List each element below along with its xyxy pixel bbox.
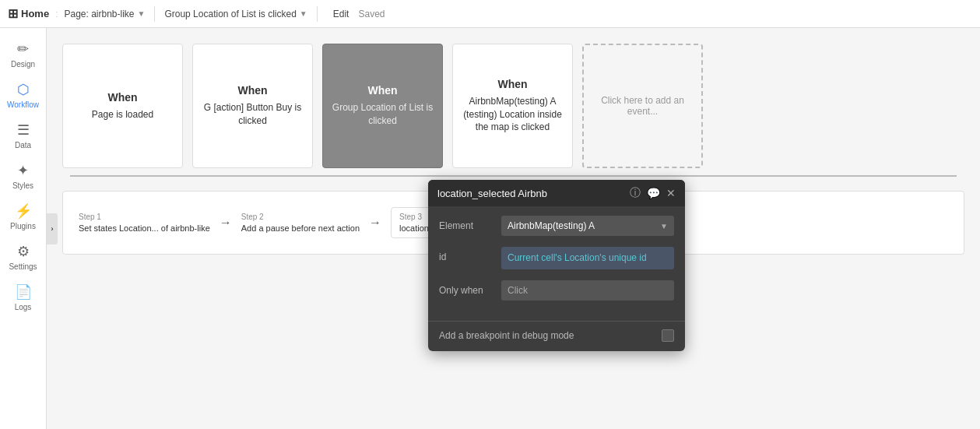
- field-element-value: AirbnbMap(testing) A: [508, 220, 595, 231]
- page-dropdown-arrow: ▼: [138, 9, 146, 18]
- sidebar-item-workflow[interactable]: ⬡ Workflow: [0, 75, 46, 114]
- event-card-3[interactable]: When Group Location of List is clicked: [322, 44, 443, 168]
- home-button[interactable]: ⊞ Home: [8, 6, 49, 21]
- close-icon[interactable]: ✕: [666, 187, 676, 199]
- step-arrow-2: →: [369, 216, 381, 230]
- sidebar: ✏ Design ⬡ Workflow ☰ Data ✦ Styles ⚡ Pl…: [0, 28, 47, 429]
- event-card-4-desc: AirbnbMap(testing) A (testing) Location …: [461, 95, 564, 134]
- separator: :: [55, 9, 58, 19]
- step-2-label: Step 2: [241, 213, 360, 221]
- workflow-dropdown-arrow: ▼: [300, 9, 307, 18]
- home-label: Home: [21, 8, 49, 19]
- sidebar-label-settings: Settings: [9, 262, 37, 271]
- data-icon: ☰: [17, 121, 30, 139]
- popup-header-icons: ⓘ 💬 ✕: [630, 186, 676, 200]
- settings-icon: ⚙: [17, 243, 30, 260]
- sidebar-item-data[interactable]: ☰ Data: [0, 115, 46, 154]
- grid-icon: ⊞: [8, 6, 18, 21]
- plugins-icon: ⚡: [15, 202, 32, 220]
- popup-field-element: Element AirbnbMap(testing) A ▼: [439, 216, 674, 236]
- comment-icon[interactable]: 💬: [647, 187, 660, 199]
- popup-body: Element AirbnbMap(testing) A ▼ id Curren…: [428, 206, 685, 321]
- sidebar-item-settings[interactable]: ⚙ Settings: [0, 237, 46, 276]
- event-cards-row: When Page is loaded When G [action] Butt…: [62, 44, 964, 168]
- sidebar-item-plugins[interactable]: ⚡ Plugins: [0, 196, 46, 235]
- event-card-2-desc: G [action] Button Buy is clicked: [201, 101, 304, 128]
- event-card-3-desc: Group Location of List is clicked: [331, 101, 434, 128]
- step-1-desc: Set states Location... of airbnb-like: [79, 223, 210, 233]
- topbar: ⊞ Home : Page: airbnb-like ▼ Group Locat…: [0, 0, 980, 28]
- page-selector[interactable]: Page: airbnb-like ▼: [64, 9, 145, 19]
- popup-title: location_selected Airbnb: [437, 188, 630, 199]
- divider2: [317, 6, 318, 22]
- event-card-4-when: When: [497, 78, 527, 90]
- field-onlywhen-value: Click: [508, 285, 528, 296]
- add-event-card[interactable]: Click here to add an event...: [582, 44, 703, 168]
- sidebar-label-logs: Logs: [15, 303, 32, 311]
- breakpoint-checkbox[interactable]: [662, 329, 674, 342]
- step-1[interactable]: Step 1 Set states Location... of airbnb-…: [79, 213, 210, 233]
- breakpoint-label: Add a breakpoint in debug mode: [439, 330, 574, 341]
- event-card-3-when: When: [367, 84, 397, 97]
- workflow-canvas: When Page is loaded When G [action] Butt…: [47, 28, 980, 429]
- field-id-label: id: [439, 247, 494, 262]
- saved-label: Saved: [358, 9, 385, 19]
- sidebar-label-workflow: Workflow: [7, 100, 39, 109]
- popup-footer: Add a breakpoint in debug mode: [428, 321, 685, 351]
- sidebar-item-design[interactable]: ✏ Design: [0, 34, 46, 73]
- sidebar-expand-button[interactable]: ›: [47, 213, 58, 244]
- popup-panel: location_selected Airbnb ⓘ 💬 ✕ Element A…: [428, 180, 685, 351]
- design-icon: ✏: [17, 40, 29, 58]
- workflow-trigger-selector[interactable]: Group Location of List is clicked ▼: [164, 9, 307, 19]
- popup-field-onlywhen: Only when Click: [439, 280, 674, 301]
- styles-icon: ✦: [17, 162, 29, 179]
- field-id-value: Current cell's Location's unique id: [508, 251, 647, 265]
- sidebar-item-styles[interactable]: ✦ Styles: [0, 156, 46, 195]
- sidebar-item-logs[interactable]: 📄 Logs: [0, 277, 46, 316]
- event-card-1[interactable]: When Page is loaded: [62, 44, 183, 168]
- workflow-trigger-label: Group Location of List is clicked: [164, 9, 296, 19]
- sidebar-label-plugins: Plugins: [10, 222, 36, 230]
- element-dropdown-caret: ▼: [660, 222, 668, 230]
- step-1-label: Step 1: [79, 213, 210, 221]
- info-icon[interactable]: ⓘ: [630, 186, 641, 200]
- logs-icon: 📄: [15, 283, 32, 301]
- add-event-label: Click here to add an event...: [592, 95, 694, 117]
- sidebar-label-design: Design: [11, 60, 35, 69]
- event-card-4[interactable]: When AirbnbMap(testing) A (testing) Loca…: [452, 44, 573, 168]
- popup-header: location_selected Airbnb ⓘ 💬 ✕: [428, 180, 685, 206]
- sidebar-label-styles: Styles: [12, 181, 33, 190]
- field-onlywhen-input[interactable]: Click: [501, 280, 674, 301]
- page-label: Page: airbnb-like: [64, 9, 134, 19]
- event-card-1-desc: Page is loaded: [92, 108, 153, 121]
- step-2-desc: Add a pause before next action: [241, 223, 360, 233]
- step-2[interactable]: Step 2 Add a pause before next action: [241, 213, 360, 233]
- event-card-2-when: When: [237, 84, 267, 97]
- field-id-input[interactable]: Current cell's Location's unique id: [501, 247, 674, 269]
- workflow-icon: ⬡: [17, 81, 30, 98]
- field-onlywhen-label: Only when: [439, 280, 494, 296]
- edit-label[interactable]: Edit: [333, 9, 349, 19]
- sidebar-label-data: Data: [15, 141, 31, 149]
- step-arrow-1: →: [220, 216, 232, 230]
- field-element-label: Element: [439, 216, 494, 231]
- event-card-1-when: When: [107, 91, 137, 104]
- popup-field-id: id Current cell's Location's unique id: [439, 247, 674, 269]
- divider: [154, 6, 155, 22]
- field-element-input[interactable]: AirbnbMap(testing) A ▼: [501, 216, 674, 236]
- expand-icon: ›: [51, 225, 54, 233]
- event-card-2[interactable]: When G [action] Button Buy is clicked: [192, 44, 313, 168]
- content-area: When Page is loaded When G [action] Butt…: [47, 28, 980, 429]
- main-layout: ✏ Design ⬡ Workflow ☰ Data ✦ Styles ⚡ Pl…: [0, 28, 980, 429]
